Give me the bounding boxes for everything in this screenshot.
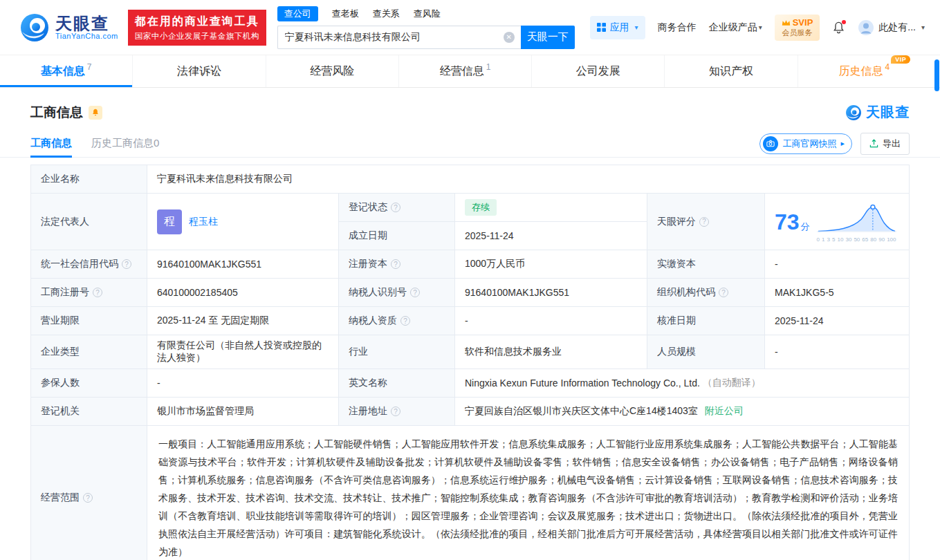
scrollbar-thumb[interactable]	[934, 59, 939, 91]
english-name-label: 英文名称	[339, 369, 455, 398]
tab-label: 经营风险	[310, 64, 354, 79]
reg-capital-value: 1000万人民币	[455, 250, 647, 279]
apps-label: 应用	[610, 21, 629, 34]
tab-operating-risk[interactable]: 经营风险	[266, 55, 398, 87]
reg-number-value: 640100002185405	[147, 279, 339, 307]
help-icon[interactable]: ?	[400, 316, 410, 326]
camera-icon	[763, 136, 778, 151]
vip-badge: VIP	[891, 55, 910, 64]
score-label: 天眼评分?	[647, 194, 765, 250]
help-icon[interactable]: ?	[699, 217, 709, 227]
search-button[interactable]: 天眼一下	[521, 26, 575, 49]
caret-down-icon: ▾	[921, 24, 925, 31]
search-tabs: 查公司 查老板 查关系 查风险	[277, 6, 575, 21]
user-name: 此处有...	[878, 21, 916, 34]
tab-history-info[interactable]: 历史信息4VIP	[798, 55, 930, 87]
export-icon	[869, 139, 878, 148]
notification-dot	[842, 20, 846, 24]
apps-button[interactable]: 应用 ▾	[590, 16, 645, 39]
industry-value: 软件和信息技术服务业	[455, 335, 647, 369]
help-icon[interactable]: ?	[93, 288, 102, 297]
nearby-companies-link[interactable]: 附近公司	[705, 405, 744, 418]
clear-icon[interactable]: ✕	[504, 32, 515, 43]
slogan-line1: 都在用的商业查询工具	[135, 15, 259, 29]
help-icon[interactable]: ?	[391, 259, 400, 269]
taxpayer-id-label: 纳税人识别号?	[339, 279, 455, 307]
score-value: 73分	[775, 211, 810, 233]
search-tab-boss[interactable]: 查老板	[332, 8, 359, 20]
export-button[interactable]: 导出	[860, 133, 910, 155]
taxpayer-id-value: 91640100MAK1JKG551	[455, 279, 647, 307]
subtab-history-business-info[interactable]: 历史工商信息0	[91, 130, 159, 157]
chevron-right-icon: ▸	[840, 139, 845, 148]
snapshot-label: 工商官网快照	[782, 138, 836, 150]
help-icon[interactable]: ?	[122, 259, 131, 269]
reg-address-value: 宁夏回族自治区银川市兴庆区文体中心C座14楼1403室附近公司	[455, 398, 910, 426]
subtab-business-info[interactable]: 工商信息	[30, 130, 72, 157]
cooperation-label: 商务合作	[658, 21, 697, 34]
tab-company-development[interactable]: 公司发展	[531, 55, 664, 87]
search-box: ✕	[277, 26, 521, 49]
reg-status-value: 存续	[455, 194, 647, 222]
company-type-label: 企业类型	[31, 335, 147, 369]
company-type-value: 有限责任公司（非自然人投资或控股的法人独资）	[147, 335, 339, 369]
reg-authority-value: 银川市市场监督管理局	[147, 398, 339, 426]
tab-legal-litigation[interactable]: 法律诉讼	[132, 55, 265, 87]
reg-address-label: 注册地址?	[339, 398, 455, 426]
tab-operating-info[interactable]: 经营信息1	[398, 55, 531, 87]
help-icon[interactable]: ?	[391, 407, 400, 416]
user-menu[interactable]: 此处有... ▾	[858, 19, 925, 36]
tianyancha-logo[interactable]: 天眼查 TianYanCha.com	[19, 12, 118, 43]
help-icon[interactable]: ?	[391, 203, 400, 212]
help-icon[interactable]: ?	[410, 288, 420, 297]
caret-down-icon: ▾	[759, 24, 762, 31]
legal-rep-link[interactable]: 程玉柱	[189, 216, 218, 228]
search-tab-risk[interactable]: 查风险	[414, 8, 441, 20]
org-code-label: 组织机构代码?	[647, 279, 765, 307]
business-scope-label: 经营范围?	[31, 426, 147, 560]
section-head: 工商信息 天眼查	[0, 88, 940, 122]
taxpayer-quality-value: -	[455, 307, 647, 335]
slogan-line2: 国家中小企业发展子基金旗下机构	[135, 31, 259, 41]
enterprise-label: 企业级产品	[709, 21, 757, 34]
tab-label: 知识产权	[709, 64, 753, 79]
brand-name: 天眼查	[55, 15, 118, 32]
svip-member-badge[interactable]: SVIP 会员服务	[775, 15, 820, 41]
subscribe-bell-icon[interactable]	[89, 106, 102, 120]
score-chart: 0135103050658090100	[817, 200, 896, 243]
paid-capital-label: 实缴资本	[647, 250, 765, 279]
tab-label: 公司发展	[576, 64, 620, 79]
score-axis: 0135103050658090100	[817, 236, 896, 243]
subtab-label: 工商信息	[30, 137, 72, 150]
subtab-label: 历史工商信息0	[91, 137, 159, 150]
tianyancha-eye-icon	[19, 12, 50, 43]
caret-down-icon: ▾	[635, 24, 638, 31]
reg-authority-label: 登记机关	[31, 398, 147, 426]
search-input[interactable]	[278, 32, 521, 43]
search-tab-relation[interactable]: 查关系	[373, 8, 400, 20]
reg-number-label: 工商注册号?	[31, 279, 147, 307]
notification-bell-icon[interactable]	[832, 21, 845, 35]
tab-basic-info[interactable]: 基本信息7	[0, 55, 132, 87]
help-icon[interactable]: ?	[83, 493, 93, 503]
enterprise-product-link[interactable]: 企业级产品▾	[709, 21, 762, 34]
help-icon[interactable]: ?	[719, 288, 728, 297]
grid-icon	[597, 23, 606, 32]
tab-intellectual-property[interactable]: 知识产权	[664, 55, 797, 87]
official-snapshot-button[interactable]: 工商官网快照 ▸	[759, 133, 852, 154]
search-tab-company[interactable]: 查公司	[277, 6, 318, 21]
business-cooperation-link[interactable]: 商务合作	[658, 21, 697, 34]
org-code-value: MAK1JKG5-5	[765, 279, 910, 307]
business-term-value: 2025-11-24 至 无固定期限	[147, 307, 339, 335]
legal-rep-avatar[interactable]: 程	[157, 209, 182, 234]
logo-text: 天眼查 TianYanCha.com	[55, 15, 118, 40]
taxpayer-quality-label: 纳税人资质?	[339, 307, 455, 335]
slogan-badge: 都在用的商业查询工具 国家中小企业发展子基金旗下机构	[128, 10, 266, 46]
score-cell: 73分 0135103050658090100	[765, 194, 910, 250]
tab-count: 1	[486, 62, 491, 72]
business-info-table: 企业名称 宁夏科讯未来信息科技有限公司 法定代表人 程 程玉柱 登记状态? 存续…	[30, 165, 910, 560]
tab-count: 4	[885, 62, 890, 72]
watermark-text: 天眼查	[866, 103, 910, 122]
insured-count-value: -	[147, 369, 339, 398]
main-content: 工商信息 天眼查 工商信息 历史工商信息0 工商官网快照 ▸ 导出	[0, 88, 940, 560]
